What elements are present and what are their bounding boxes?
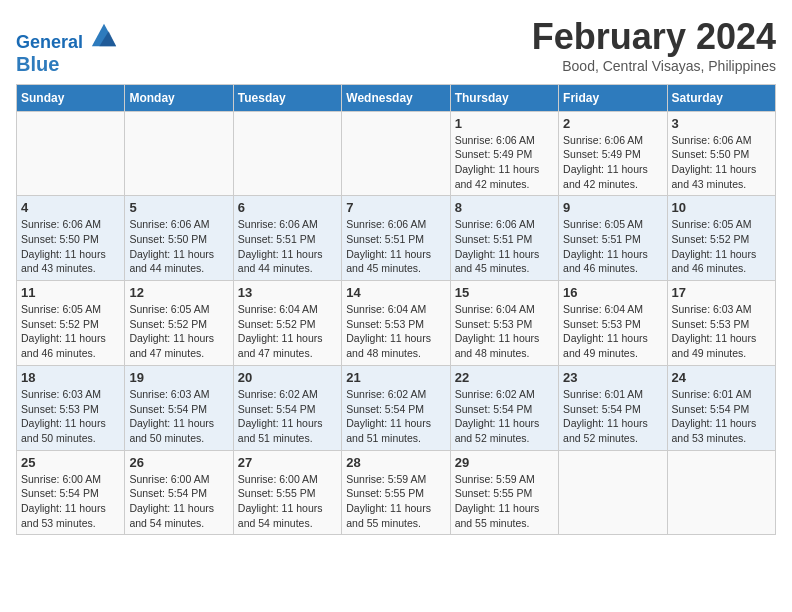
day-info: Sunrise: 6:01 AM Sunset: 5:54 PM Dayligh… [672,387,771,446]
day-number: 19 [129,370,228,385]
calendar-cell: 16Sunrise: 6:04 AM Sunset: 5:53 PM Dayli… [559,281,667,366]
day-info: Sunrise: 6:06 AM Sunset: 5:51 PM Dayligh… [455,217,554,276]
calendar-cell: 4Sunrise: 6:06 AM Sunset: 5:50 PM Daylig… [17,196,125,281]
day-info: Sunrise: 6:01 AM Sunset: 5:54 PM Dayligh… [563,387,662,446]
day-info: Sunrise: 6:02 AM Sunset: 5:54 PM Dayligh… [346,387,445,446]
day-number: 23 [563,370,662,385]
calendar-cell: 2Sunrise: 6:06 AM Sunset: 5:49 PM Daylig… [559,111,667,196]
calendar-cell: 8Sunrise: 6:06 AM Sunset: 5:51 PM Daylig… [450,196,558,281]
day-number: 18 [21,370,120,385]
calendar-cell: 28Sunrise: 5:59 AM Sunset: 5:55 PM Dayli… [342,450,450,535]
day-number: 26 [129,455,228,470]
calendar-cell: 3Sunrise: 6:06 AM Sunset: 5:50 PM Daylig… [667,111,775,196]
day-number: 2 [563,116,662,131]
col-header-monday: Monday [125,84,233,111]
day-number: 29 [455,455,554,470]
logo-general: General [16,32,83,52]
day-info: Sunrise: 6:00 AM Sunset: 5:54 PM Dayligh… [21,472,120,531]
main-title: February 2024 [532,16,776,58]
day-number: 11 [21,285,120,300]
calendar-cell: 11Sunrise: 6:05 AM Sunset: 5:52 PM Dayli… [17,281,125,366]
day-number: 7 [346,200,445,215]
calendar-cell: 27Sunrise: 6:00 AM Sunset: 5:55 PM Dayli… [233,450,341,535]
day-info: Sunrise: 6:03 AM Sunset: 5:53 PM Dayligh… [21,387,120,446]
day-number: 10 [672,200,771,215]
day-info: Sunrise: 6:06 AM Sunset: 5:49 PM Dayligh… [563,133,662,192]
day-info: Sunrise: 6:05 AM Sunset: 5:52 PM Dayligh… [21,302,120,361]
day-number: 12 [129,285,228,300]
day-info: Sunrise: 6:05 AM Sunset: 5:52 PM Dayligh… [672,217,771,276]
week-row-0: 1Sunrise: 6:06 AM Sunset: 5:49 PM Daylig… [17,111,776,196]
day-info: Sunrise: 6:06 AM Sunset: 5:49 PM Dayligh… [455,133,554,192]
calendar-cell [233,111,341,196]
calendar-header-row: SundayMondayTuesdayWednesdayThursdayFrid… [17,84,776,111]
calendar-cell: 10Sunrise: 6:05 AM Sunset: 5:52 PM Dayli… [667,196,775,281]
day-info: Sunrise: 6:00 AM Sunset: 5:55 PM Dayligh… [238,472,337,531]
day-info: Sunrise: 5:59 AM Sunset: 5:55 PM Dayligh… [346,472,445,531]
calendar-cell: 7Sunrise: 6:06 AM Sunset: 5:51 PM Daylig… [342,196,450,281]
day-info: Sunrise: 6:04 AM Sunset: 5:52 PM Dayligh… [238,302,337,361]
calendar-cell: 17Sunrise: 6:03 AM Sunset: 5:53 PM Dayli… [667,281,775,366]
logo: General Blue [16,20,118,76]
day-info: Sunrise: 6:05 AM Sunset: 5:51 PM Dayligh… [563,217,662,276]
week-row-1: 4Sunrise: 6:06 AM Sunset: 5:50 PM Daylig… [17,196,776,281]
day-info: Sunrise: 6:03 AM Sunset: 5:54 PM Dayligh… [129,387,228,446]
calendar-cell: 22Sunrise: 6:02 AM Sunset: 5:54 PM Dayli… [450,365,558,450]
calendar-cell: 24Sunrise: 6:01 AM Sunset: 5:54 PM Dayli… [667,365,775,450]
day-number: 4 [21,200,120,215]
day-number: 15 [455,285,554,300]
calendar-cell [17,111,125,196]
day-number: 22 [455,370,554,385]
day-number: 24 [672,370,771,385]
day-number: 6 [238,200,337,215]
day-info: Sunrise: 6:00 AM Sunset: 5:54 PM Dayligh… [129,472,228,531]
calendar-cell: 1Sunrise: 6:06 AM Sunset: 5:49 PM Daylig… [450,111,558,196]
day-number: 28 [346,455,445,470]
day-number: 8 [455,200,554,215]
week-row-4: 25Sunrise: 6:00 AM Sunset: 5:54 PM Dayli… [17,450,776,535]
calendar-cell: 23Sunrise: 6:01 AM Sunset: 5:54 PM Dayli… [559,365,667,450]
day-number: 27 [238,455,337,470]
calendar-cell [342,111,450,196]
calendar-cell: 12Sunrise: 6:05 AM Sunset: 5:52 PM Dayli… [125,281,233,366]
calendar-cell: 29Sunrise: 5:59 AM Sunset: 5:55 PM Dayli… [450,450,558,535]
day-number: 9 [563,200,662,215]
logo-icon [90,20,118,48]
calendar-cell: 9Sunrise: 6:05 AM Sunset: 5:51 PM Daylig… [559,196,667,281]
calendar-cell: 19Sunrise: 6:03 AM Sunset: 5:54 PM Dayli… [125,365,233,450]
day-number: 14 [346,285,445,300]
calendar-cell: 21Sunrise: 6:02 AM Sunset: 5:54 PM Dayli… [342,365,450,450]
day-info: Sunrise: 6:04 AM Sunset: 5:53 PM Dayligh… [346,302,445,361]
col-header-sunday: Sunday [17,84,125,111]
calendar-cell [559,450,667,535]
day-info: Sunrise: 6:06 AM Sunset: 5:50 PM Dayligh… [21,217,120,276]
col-header-thursday: Thursday [450,84,558,111]
day-info: Sunrise: 6:03 AM Sunset: 5:53 PM Dayligh… [672,302,771,361]
day-info: Sunrise: 6:02 AM Sunset: 5:54 PM Dayligh… [455,387,554,446]
day-number: 1 [455,116,554,131]
calendar-cell: 6Sunrise: 6:06 AM Sunset: 5:51 PM Daylig… [233,196,341,281]
day-info: Sunrise: 6:04 AM Sunset: 5:53 PM Dayligh… [563,302,662,361]
day-info: Sunrise: 6:06 AM Sunset: 5:50 PM Dayligh… [672,133,771,192]
subtitle: Bood, Central Visayas, Philippines [532,58,776,74]
col-header-saturday: Saturday [667,84,775,111]
day-number: 20 [238,370,337,385]
day-number: 3 [672,116,771,131]
day-info: Sunrise: 6:05 AM Sunset: 5:52 PM Dayligh… [129,302,228,361]
day-info: Sunrise: 6:04 AM Sunset: 5:53 PM Dayligh… [455,302,554,361]
page-header: General Blue February 2024 Bood, Central… [16,16,776,76]
calendar-table: SundayMondayTuesdayWednesdayThursdayFrid… [16,84,776,536]
day-info: Sunrise: 5:59 AM Sunset: 5:55 PM Dayligh… [455,472,554,531]
calendar-cell: 5Sunrise: 6:06 AM Sunset: 5:50 PM Daylig… [125,196,233,281]
day-info: Sunrise: 6:06 AM Sunset: 5:50 PM Dayligh… [129,217,228,276]
day-number: 17 [672,285,771,300]
col-header-wednesday: Wednesday [342,84,450,111]
col-header-tuesday: Tuesday [233,84,341,111]
calendar-cell [667,450,775,535]
day-number: 21 [346,370,445,385]
day-number: 5 [129,200,228,215]
calendar-cell: 25Sunrise: 6:00 AM Sunset: 5:54 PM Dayli… [17,450,125,535]
title-block: February 2024 Bood, Central Visayas, Phi… [532,16,776,74]
day-info: Sunrise: 6:06 AM Sunset: 5:51 PM Dayligh… [346,217,445,276]
calendar-cell: 15Sunrise: 6:04 AM Sunset: 5:53 PM Dayli… [450,281,558,366]
